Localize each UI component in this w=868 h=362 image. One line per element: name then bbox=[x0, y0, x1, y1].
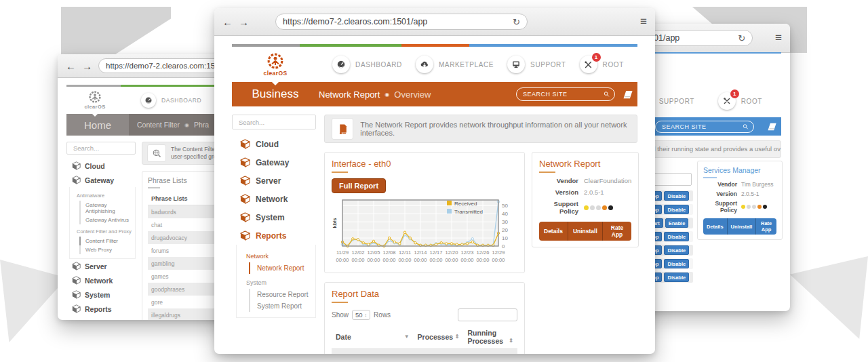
clearos-logo[interactable]: clearOS bbox=[66, 91, 123, 110]
details-button[interactable]: Details bbox=[703, 218, 728, 235]
site-search-input[interactable] bbox=[660, 123, 743, 131]
notification-badge: 1 bbox=[592, 53, 601, 62]
site-search[interactable] bbox=[516, 87, 615, 101]
column-header-date[interactable]: Date▼ bbox=[332, 325, 414, 349]
backdrop-shape-bottom-right bbox=[781, 256, 868, 339]
svg-text:11/29: 11/29 bbox=[336, 249, 349, 256]
sidebar-item-server[interactable]: Server bbox=[66, 259, 136, 273]
uninstall-button[interactable]: Uninstall bbox=[728, 218, 757, 235]
back-button[interactable]: ← bbox=[66, 60, 76, 72]
help-book-icon[interactable] bbox=[622, 89, 635, 100]
enable-button[interactable]: Enable bbox=[665, 218, 689, 228]
table-filter-input[interactable] bbox=[458, 308, 517, 321]
svg-text:0: 0 bbox=[502, 243, 505, 249]
dashboard-icon bbox=[141, 93, 156, 108]
reload-icon[interactable]: ↻ bbox=[507, 17, 520, 27]
vendor-value: Tim Burgess bbox=[741, 181, 773, 188]
table-row: 2014-12-291953 bbox=[332, 349, 517, 355]
sidebar-search[interactable] bbox=[232, 115, 316, 129]
uninstall-button[interactable]: Uninstall bbox=[568, 222, 603, 241]
site-search[interactable] bbox=[655, 121, 754, 133]
sidebar-item-reports[interactable]: Reports bbox=[232, 226, 316, 245]
svg-text:Transmitted: Transmitted bbox=[454, 209, 483, 215]
svg-text:12/05: 12/05 bbox=[368, 249, 380, 256]
help-book-icon[interactable] bbox=[766, 122, 778, 132]
address-bar[interactable]: https://demo7-2.clearos.com:1501/app ↻ bbox=[275, 14, 528, 30]
version-value: 2.0.5-1 bbox=[741, 190, 759, 197]
nav-dashboard[interactable]: DASHBOARD bbox=[141, 93, 201, 108]
page-size-select[interactable]: 50 ↕ bbox=[352, 310, 370, 320]
svg-text:00:00: 00:00 bbox=[336, 257, 349, 263]
sidebar-subitem-web-proxy[interactable]: Web Proxy bbox=[79, 245, 135, 254]
sidebar-subitem-network-report[interactable]: Network Report bbox=[249, 262, 315, 274]
sidebar-subitem-antivirus[interactable]: Gateway Antivirus bbox=[79, 216, 135, 224]
sidebar-subitem-system-report[interactable]: System Report bbox=[249, 300, 315, 312]
sidebar-subitem-resource-report[interactable]: Resource Report bbox=[249, 289, 315, 300]
back-button[interactable]: ← bbox=[222, 16, 233, 28]
browser-menu-icon[interactable]: ≡ bbox=[775, 31, 782, 45]
report-data-panel: Report Data Show 50 ↕ Rows bbox=[324, 282, 525, 354]
interface-eth0-panel: Interface - eth0 Full Report ReceivedTra… bbox=[324, 152, 525, 273]
disable-button[interactable]: Disable bbox=[664, 205, 689, 214]
nav-dashboard[interactable]: DASHBOARD bbox=[332, 56, 402, 73]
sidebar-item-gateway[interactable]: Gateway bbox=[232, 153, 316, 172]
svg-text:00:00: 00:00 bbox=[414, 257, 427, 263]
sidebar-subitem-content-filter[interactable]: Content Filter bbox=[79, 237, 135, 245]
disable-button[interactable]: Disable bbox=[664, 259, 689, 268]
primary-nav: DASHBOARD MARKETPLACE SUPPORT 1 bbox=[319, 56, 637, 73]
column-header-running[interactable]: Running Processes⇕ bbox=[464, 325, 517, 349]
sidebar-item-network[interactable]: Network bbox=[66, 273, 136, 287]
sidebar-item-server[interactable]: Server bbox=[232, 172, 316, 190]
panel-title: Services Manager bbox=[703, 166, 776, 178]
breadcrumb-app: Content Filter bbox=[137, 121, 180, 129]
sidebar-item-cloud[interactable]: Cloud bbox=[232, 135, 316, 153]
sidebar-item-system[interactable]: System bbox=[66, 287, 136, 302]
sidebar-item-system[interactable]: System bbox=[232, 208, 316, 226]
sidebar-search[interactable] bbox=[66, 142, 136, 155]
nav-root[interactable]: 1 ROOT bbox=[580, 56, 624, 73]
search-icon bbox=[743, 123, 749, 130]
sidebar-item-gateway[interactable]: Gateway bbox=[66, 173, 136, 187]
details-button[interactable]: Details bbox=[539, 222, 568, 241]
rate-app-button[interactable]: Rate App bbox=[756, 218, 776, 235]
sidebar-item-network[interactable]: Network bbox=[232, 190, 316, 208]
sidebar-subitem-antiphishing[interactable]: Gateway Antiphishing bbox=[79, 201, 135, 216]
center-main: The Network Report provides network thro… bbox=[324, 115, 637, 354]
svg-text:00:00: 00:00 bbox=[430, 257, 443, 263]
site-search-input[interactable] bbox=[521, 90, 604, 98]
rate-app-button[interactable]: Rate App bbox=[603, 222, 631, 241]
table-controls: Show 50 ↕ Rows bbox=[332, 308, 517, 321]
root-tools-icon: 1 bbox=[580, 56, 597, 73]
svg-text:kb/s: kb/s bbox=[332, 218, 338, 228]
breadcrumb-page: Phra bbox=[194, 121, 209, 129]
svg-text:12/26: 12/26 bbox=[477, 249, 490, 256]
search-icon bbox=[604, 91, 610, 98]
svg-text:00:00: 00:00 bbox=[492, 257, 505, 263]
sidebar-search-input[interactable] bbox=[237, 118, 330, 127]
browser-menu-icon[interactable]: ≡ bbox=[640, 15, 647, 28]
full-report-button[interactable]: Full Report bbox=[332, 178, 386, 193]
disable-button[interactable]: Disable bbox=[664, 232, 689, 241]
disable-button[interactable]: Disable bbox=[664, 273, 689, 282]
reload-icon[interactable]: ↻ bbox=[732, 33, 745, 43]
brand-text: clearOS bbox=[84, 104, 105, 110]
nav-root[interactable]: 1 ROOT bbox=[718, 92, 762, 110]
forward-button[interactable]: → bbox=[239, 16, 249, 28]
url-text: https://demo7-2.clearos.com:15 bbox=[106, 62, 215, 70]
center-sidebar: Cloud Gateway Server Network System bbox=[232, 115, 316, 354]
disable-button[interactable]: Disable bbox=[664, 245, 689, 255]
svg-text:00:00: 00:00 bbox=[399, 257, 412, 263]
column-header-processes[interactable]: Processes⇕ bbox=[414, 325, 464, 349]
sidebar-item-reports[interactable]: Reports bbox=[66, 302, 136, 316]
sidebar-item-cloud[interactable]: Cloud bbox=[66, 159, 136, 173]
clearos-logo[interactable]: clearOS bbox=[232, 53, 319, 77]
svg-text:00:00: 00:00 bbox=[477, 257, 490, 263]
svg-text:10: 10 bbox=[502, 235, 508, 241]
nav-marketplace[interactable]: MARKETPLACE bbox=[416, 56, 494, 73]
panel-title: Interface - eth0 bbox=[332, 159, 517, 173]
svg-text:12/14: 12/14 bbox=[414, 249, 427, 256]
nav-support[interactable]: SUPPORT bbox=[507, 56, 566, 73]
forward-button[interactable]: → bbox=[82, 60, 92, 72]
center-browser-window: ← → https://demo7-2.clearos.com:1501/app… bbox=[214, 8, 655, 354]
disable-button[interactable]: Disable bbox=[664, 191, 689, 201]
